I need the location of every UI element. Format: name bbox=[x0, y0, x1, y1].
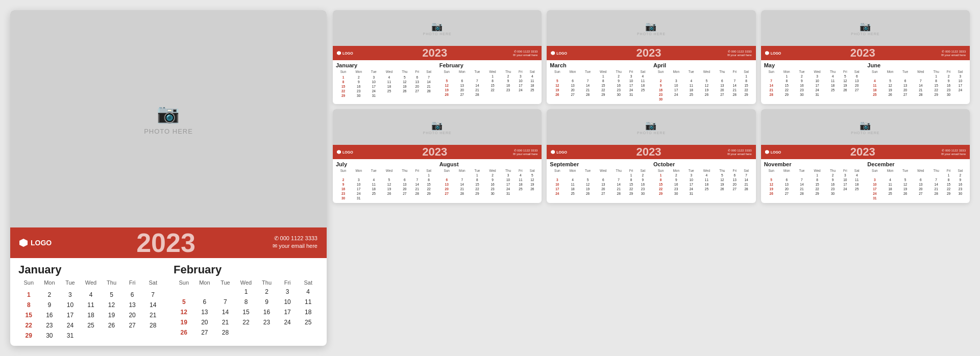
table-row: 20212223242526 bbox=[439, 187, 539, 191]
day-cell: 7 bbox=[142, 290, 163, 300]
small-feb: February SunMonTueWedThuFriSat 1234 5678… bbox=[439, 62, 539, 98]
small-header-jan-feb: LOGO 2023 ✆ 000 1122 3333✉ your email he… bbox=[333, 46, 542, 60]
col-mon: Mon bbox=[194, 278, 215, 287]
small-photo-jan-feb: 📷 PHOTO HERE bbox=[333, 10, 542, 46]
day-cell: 17 bbox=[277, 307, 298, 317]
small-cards-row-1: 📷 PHOTO HERE LOGO 2023 ✆ 000 1122 3333✉ … bbox=[333, 10, 970, 104]
table-row: 18192021222324 bbox=[867, 88, 967, 92]
day-cell: 14 bbox=[142, 300, 163, 310]
table-row: 29 30 31 bbox=[18, 330, 163, 341]
table-row: 252627282930 bbox=[867, 92, 967, 97]
day-cell: 31 bbox=[60, 330, 81, 341]
table-row: 567891011 bbox=[550, 79, 649, 83]
col-sat: Sat bbox=[298, 278, 318, 287]
small-contact: ✆ 000 1122 3333✉ your email here bbox=[502, 49, 537, 57]
logo-hex-icon bbox=[19, 239, 28, 247]
small-feb-grid: SunMonTueWedThuFriSat 1234 567891011 121… bbox=[439, 69, 539, 97]
small-card-sep-oct: 📷 PHOTO HERE LOGO 2023 ✆ 000 1122 3333✉ … bbox=[547, 109, 755, 203]
photo-text: PHOTO HERE bbox=[851, 32, 879, 36]
day-cell: 27 bbox=[194, 327, 215, 338]
small-cards-container: 📷 PHOTO HERE LOGO 2023 ✆ 000 1122 3333✉ … bbox=[333, 10, 970, 203]
table-row: 1 2 3 4 bbox=[174, 287, 318, 297]
table-row: 6789101112 bbox=[439, 177, 539, 182]
day-cell: 8 bbox=[18, 300, 39, 310]
day-cell: 9 bbox=[256, 297, 277, 307]
february-calendar: February Sun Mon Tue Wed Thu Fri Sat bbox=[174, 263, 318, 341]
day-cell: 23 bbox=[256, 317, 277, 327]
table-row: 11121314151617 bbox=[867, 83, 967, 88]
table-row: 10111213141516 bbox=[550, 182, 649, 187]
day-cell bbox=[122, 330, 143, 341]
year-display: 2023 bbox=[81, 230, 251, 256]
day-cell: 22 bbox=[236, 317, 257, 327]
camera-icon: 📷 bbox=[860, 120, 871, 131]
day-cell: 6 bbox=[194, 297, 215, 307]
small-jul: July SunMonTueWedThuFriSat 1 2345678 910… bbox=[336, 161, 435, 200]
table-row: 2345678 bbox=[653, 79, 753, 83]
day-cell: 14 bbox=[215, 307, 236, 317]
table-row: 24252627282930 bbox=[867, 191, 967, 196]
col-fri: Fri bbox=[122, 278, 143, 287]
contact-area: ✆ 000 1122 3333 ✉ your email here bbox=[251, 235, 317, 250]
table-row: 12 bbox=[867, 173, 967, 177]
small-jan-grid: SunMonTueWedThuFriSat 1234567 8910111213… bbox=[336, 69, 435, 98]
table-row: 19202122232425 bbox=[550, 88, 649, 92]
small-feb-title: February bbox=[439, 62, 539, 68]
phone-text: ✆ 000 1122 3333 bbox=[251, 235, 317, 242]
day-cell: 18 bbox=[81, 310, 102, 320]
day-cell: 17 bbox=[60, 310, 81, 320]
table-row: 12 13 14 15 16 17 18 bbox=[174, 307, 318, 317]
day-cell: 4 bbox=[81, 290, 102, 300]
small-year: 2023 bbox=[368, 47, 502, 59]
table-row: 24252627282930 bbox=[550, 191, 649, 196]
small-body-jan-feb: January SunMonTueWedThuFriSat 1234567 89… bbox=[333, 60, 542, 100]
table-row: 1234 bbox=[439, 74, 539, 79]
small-jun-title: June bbox=[867, 62, 967, 68]
table-row: 19 20 21 22 23 24 25 bbox=[174, 317, 318, 327]
day-cell: 2 bbox=[39, 290, 60, 300]
small-jan-title: January bbox=[336, 62, 435, 68]
table-row: 1234 bbox=[764, 173, 864, 177]
day-cell: 5 bbox=[174, 297, 194, 307]
day-cell: 10 bbox=[277, 297, 298, 307]
day-cell bbox=[277, 327, 298, 338]
table-row: 19202122232425 bbox=[439, 88, 539, 92]
day-cell: 25 bbox=[298, 317, 318, 327]
small-year: 2023 bbox=[581, 146, 716, 158]
table-row: 3456789 bbox=[550, 177, 649, 182]
main-photo-area: 📷 PHOTO HERE bbox=[10, 10, 327, 227]
table-row: 1 bbox=[336, 173, 435, 177]
small-card-mar-apr: 📷 PHOTO HERE LOGO 2023 ✆ 000 1122 3333✉ … bbox=[547, 10, 755, 104]
camera-icon: 📷 bbox=[645, 120, 657, 131]
day-cell: 16 bbox=[256, 307, 277, 317]
small-photo-may-jun: 📷 PHOTO HERE bbox=[761, 10, 970, 46]
day-cell: 13 bbox=[194, 307, 215, 317]
day-cell: 15 bbox=[236, 307, 257, 317]
small-contact: ✆ 000 1122 3333✉ your email here bbox=[716, 49, 752, 57]
col-sun: Sun bbox=[174, 278, 194, 287]
day-cell: 22 bbox=[18, 320, 39, 330]
table-row: 12131415161718 bbox=[764, 182, 864, 187]
small-aug-title: August bbox=[439, 161, 539, 167]
small-oct: October SunMonTueWedThuFriSat 1234567 89… bbox=[653, 161, 753, 196]
table-row: 1 2 3 4 5 6 7 bbox=[18, 290, 163, 300]
camera-icon: 📷 bbox=[860, 21, 871, 32]
table-row: 28293031 bbox=[764, 92, 864, 97]
day-cell bbox=[236, 327, 257, 338]
day-cell: 8 bbox=[236, 297, 257, 307]
january-calendar: January Sun Mon Tue Wed Thu Fri Sat bbox=[18, 263, 163, 341]
small-year: 2023 bbox=[796, 47, 930, 59]
small-apr-title: April bbox=[653, 62, 753, 68]
main-calendar-card: 📷 PHOTO HERE LOGO 2023 ✆ 000 1122 3333 ✉… bbox=[10, 10, 327, 346]
table-row: 12131415161718 bbox=[550, 83, 649, 88]
small-body-nov-dec: November SunMonTueWedThuFriSat 1234 5678… bbox=[761, 159, 970, 203]
small-hex-icon bbox=[551, 51, 555, 55]
table-row: 17181920212223 bbox=[867, 187, 967, 191]
small-year: 2023 bbox=[796, 146, 930, 158]
table-row: 22 23 24 25 26 27 28 bbox=[18, 320, 163, 330]
day-cell: 20 bbox=[194, 317, 215, 327]
small-body-jul-aug: July SunMonTueWedThuFriSat 1 2345678 910… bbox=[333, 159, 542, 203]
small-photo-jul-aug: 📷 PHOTO HERE bbox=[333, 109, 542, 145]
table-row: 262728 bbox=[439, 92, 539, 97]
small-sep-title: September bbox=[550, 161, 649, 167]
